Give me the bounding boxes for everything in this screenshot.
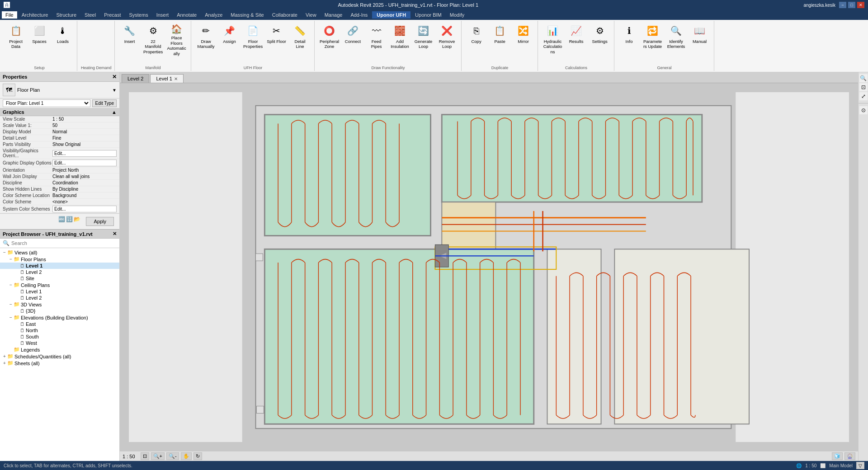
type-dropdown-arrow[interactable]: ▼ xyxy=(112,88,117,93)
tree-item-10[interactable]: −📁Elevations (Building Elevation) xyxy=(0,314,119,321)
zoom-sheet-button[interactable]: ⊡ xyxy=(859,83,868,91)
tree-item-1[interactable]: −📁Floor Plans xyxy=(0,256,119,263)
steering-right-button[interactable]: ⊙ xyxy=(859,106,868,114)
modify-menu[interactable]: Modify xyxy=(446,11,468,19)
mirror-button[interactable]: 🔀 Mirror xyxy=(512,22,535,58)
canvas-area[interactable] xyxy=(120,83,858,451)
remove-loop-button[interactable]: ❌ Remove Loop xyxy=(436,22,458,58)
pan-button[interactable]: ✋ xyxy=(181,452,192,460)
tree-item-3[interactable]: 🗒Level 2 xyxy=(0,269,119,275)
tab-level1[interactable]: Level 1 ✕ xyxy=(150,74,183,83)
place-floors-button[interactable]: 🏠 Place Floors Automatically xyxy=(165,22,188,58)
zoom-in-button[interactable]: 🔍+ xyxy=(151,452,165,460)
manifold-properties-button[interactable]: ⚙ 22 Manifold Properties xyxy=(142,22,165,58)
precast-menu[interactable]: Precast xyxy=(100,11,124,19)
tree-item-7[interactable]: 🗒Level 2 xyxy=(0,295,119,301)
paste-button[interactable]: 📋 Paste xyxy=(489,22,511,58)
zoom-out-button[interactable]: 🔍- xyxy=(166,452,179,460)
project-data-button[interactable]: 📋 Project Data xyxy=(5,22,27,58)
window-controls[interactable]: − □ ✕ xyxy=(839,2,864,8)
generate-loop-button[interactable]: 🔄 Generate Loop xyxy=(412,22,435,58)
steering-wheel-button[interactable]: 🎡 xyxy=(844,452,855,460)
tab-close-icon[interactable]: ✕ xyxy=(174,76,178,81)
insert-menu[interactable]: Insert xyxy=(153,11,173,19)
tree-item-6[interactable]: 🗒Level 1 xyxy=(0,288,119,295)
feed-pipes-button[interactable]: 〰 Feed Pipes xyxy=(365,22,388,58)
ufhfloor-buttons: ✏ Draw Manually 📌 Assign 📄 Floor Propert… xyxy=(195,22,311,65)
tree-item-17[interactable]: +📁Sheets (all) xyxy=(0,360,119,367)
mirror-icon: 🔀 xyxy=(516,24,531,38)
connect-button[interactable]: 🔗 Connect xyxy=(342,22,364,58)
maximize-button[interactable]: □ xyxy=(848,2,855,8)
manage-menu[interactable]: Manage xyxy=(321,11,346,19)
tree-item-2[interactable]: 🗒Level 1 xyxy=(0,263,119,269)
zoom-fit-button[interactable]: ⊡ xyxy=(141,452,149,460)
architecture-menu[interactable]: Architecture xyxy=(18,11,52,19)
file-menu[interactable]: File xyxy=(2,11,17,19)
tree-toggle-0: − xyxy=(2,250,7,255)
manifold-buttons: 🔧 Insert ⚙ 22 Manifold Properties 🏠 Plac… xyxy=(118,22,188,65)
prop-graphic-display: Graphic Display Options Edit... xyxy=(0,159,119,167)
draw-manually-button[interactable]: ✏ Draw Manually xyxy=(195,22,217,58)
detail-line-button[interactable]: 📏 Detail Line xyxy=(289,22,311,58)
tree-item-16[interactable]: +📁Schedules/Quantities (all) xyxy=(0,353,119,360)
peripheral-zone-button[interactable]: ⭕ Peripheral Zone xyxy=(318,22,341,58)
collaborate-menu[interactable]: Collaborate xyxy=(269,11,301,19)
sort-collapse-icon[interactable]: 📂 xyxy=(74,216,80,227)
prop-scale-value: Scale Value 1: 50 xyxy=(0,122,119,129)
insert-button[interactable]: 🔧 Insert xyxy=(118,22,141,58)
close-button[interactable]: ✕ xyxy=(857,2,864,8)
assign-button[interactable]: 📌 Assign xyxy=(218,22,241,58)
massing-menu[interactable]: Massing & Site xyxy=(227,11,267,19)
tree-item-5[interactable]: −📁Ceiling Plans xyxy=(0,282,119,288)
settings-button[interactable]: ⚙ Settings xyxy=(589,22,611,58)
add-insulation-button[interactable]: 🧱 Add Insulation xyxy=(389,22,411,58)
spaces-button[interactable]: ⬜ Spaces xyxy=(28,22,51,58)
annotate-menu[interactable]: Annotate xyxy=(173,11,200,19)
tree-item-4[interactable]: 🗒Site xyxy=(0,275,119,282)
addins-menu[interactable]: Add-Ins xyxy=(347,11,371,19)
tree-item-15[interactable]: 📁Legends xyxy=(0,346,119,353)
minimize-button[interactable]: − xyxy=(839,2,846,8)
sort-num-icon[interactable]: 🔢 xyxy=(66,216,73,227)
tree-item-13[interactable]: 🗒South xyxy=(0,334,119,340)
steel-menu[interactable]: Steel xyxy=(81,11,99,19)
graphics-collapse-icon[interactable]: ▲ xyxy=(112,109,117,115)
rotate-button[interactable]: ↻ xyxy=(193,452,202,460)
systems-menu[interactable]: Systems xyxy=(125,11,151,19)
hydraulic-calculations-button[interactable]: 📊 Hydraulic Calculations xyxy=(542,22,564,58)
tree-item-12[interactable]: 🗒North xyxy=(0,327,119,334)
params-update-button[interactable]: 🔁 Parameters Update xyxy=(642,22,664,58)
structure-menu[interactable]: Structure xyxy=(52,11,80,19)
info-icon: ℹ xyxy=(622,24,637,38)
tree-item-14[interactable]: 🗒West xyxy=(0,340,119,346)
instance-select[interactable]: Floor Plan: Level 1 xyxy=(3,99,90,107)
info-button[interactable]: ℹ Info xyxy=(618,22,641,58)
zoom-fit-right-button[interactable]: ⤢ xyxy=(859,92,868,100)
results-button[interactable]: 📈 Results xyxy=(565,22,588,58)
search-input[interactable] xyxy=(11,240,117,246)
status-filter-button[interactable]: ▽ xyxy=(856,462,864,469)
tree-item-9[interactable]: 🗒{3D} xyxy=(0,308,119,314)
tab-level2[interactable]: Level 2 xyxy=(122,74,149,83)
split-floor-button[interactable]: ✂ Split Floor xyxy=(265,22,288,58)
view-menu[interactable]: View xyxy=(302,11,320,19)
copy-button[interactable]: ⎘ Copy xyxy=(465,22,488,58)
analyze-menu[interactable]: Analyze xyxy=(201,11,226,19)
tree-item-11[interactable]: 🗒East xyxy=(0,321,119,327)
sort-az-icon[interactable]: 🔤 xyxy=(58,216,65,227)
view-cube-button[interactable]: 🧊 xyxy=(832,452,843,460)
zoom-region-button[interactable]: 🔍 xyxy=(859,74,868,82)
loads-button[interactable]: 🌡 Loads xyxy=(52,22,74,58)
tree-item-0[interactable]: −📁Views (all) xyxy=(0,249,119,256)
uponor-bim-menu[interactable]: Uponor BIM xyxy=(411,11,445,19)
manual-button[interactable]: 📖 Manual xyxy=(689,22,711,58)
browser-close-button[interactable]: ✕ xyxy=(113,231,117,237)
uponor-ufh-menu[interactable]: Uponor UFH xyxy=(372,11,410,19)
apply-button[interactable]: Apply xyxy=(86,217,114,226)
identify-elements-button[interactable]: 🔍 Identify Elements xyxy=(665,22,688,58)
properties-close-button[interactable]: ✕ xyxy=(112,74,117,80)
floor-properties-button[interactable]: 📄 Floor Properties xyxy=(242,22,264,58)
tree-item-8[interactable]: −📁3D Views xyxy=(0,301,119,308)
edit-type-button[interactable]: Edit Type xyxy=(92,99,117,107)
